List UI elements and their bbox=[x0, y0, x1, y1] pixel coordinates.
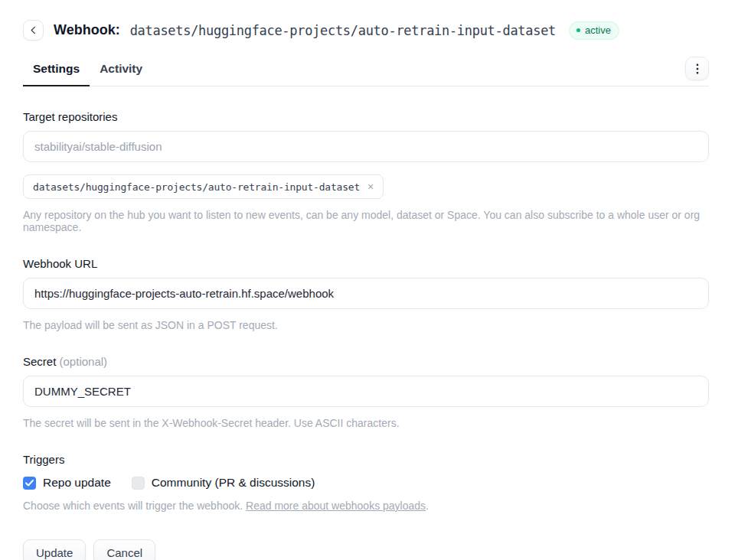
target-repositories-label: Target repositories bbox=[23, 110, 709, 123]
secret-help: The secret will be sent in the X-Webhook… bbox=[23, 417, 709, 429]
secret-label-text: Secret bbox=[23, 355, 56, 368]
webhook-url-help: The payload will be sent as JSON in a PO… bbox=[23, 319, 709, 331]
triggers-help-suffix: . bbox=[426, 500, 429, 512]
update-button[interactable]: Update bbox=[23, 539, 86, 560]
webhook-id: datasets/huggingface-projects/auto-retra… bbox=[130, 23, 556, 38]
community-checkbox[interactable] bbox=[132, 477, 145, 490]
secret-label: Secret (optional) bbox=[23, 355, 709, 368]
webhook-url-label: Webhook URL bbox=[23, 257, 709, 270]
back-button[interactable] bbox=[23, 20, 44, 41]
kebab-menu-icon bbox=[696, 63, 699, 74]
tab-settings[interactable]: Settings bbox=[23, 57, 90, 86]
page-title: Webhook: bbox=[54, 22, 120, 38]
remove-repository-icon[interactable]: × bbox=[367, 181, 374, 193]
cancel-button[interactable]: Cancel bbox=[93, 539, 155, 560]
form-actions: Update Cancel bbox=[23, 539, 709, 560]
target-repositories-chips: datasets/huggingface-projects/auto-retra… bbox=[23, 174, 709, 199]
more-options-button[interactable] bbox=[685, 57, 709, 80]
repository-chip: datasets/huggingface-projects/auto-retra… bbox=[23, 174, 384, 199]
tab-bar: Settings Activity bbox=[23, 57, 709, 86]
target-repositories-input[interactable] bbox=[23, 131, 709, 162]
trigger-community[interactable]: Community (PR & discussions) bbox=[132, 476, 315, 490]
community-label: Community (PR & discussions) bbox=[152, 476, 315, 490]
triggers-options: Repo update Community (PR & discussions) bbox=[23, 476, 709, 490]
trigger-repo-update[interactable]: Repo update bbox=[23, 476, 111, 490]
repo-update-label: Repo update bbox=[43, 476, 111, 490]
target-repositories-help: Any repository on the hub you want to li… bbox=[23, 209, 709, 233]
secret-input[interactable] bbox=[23, 376, 709, 407]
status-badge-label: active bbox=[585, 24, 611, 36]
checkmark-icon bbox=[25, 480, 34, 487]
triggers-help-prefix: Choose which events will trigger the web… bbox=[23, 500, 246, 512]
status-badge: active bbox=[569, 21, 619, 40]
webhook-settings-page: Webhook: datasets/huggingface-projects/a… bbox=[0, 0, 738, 560]
triggers-help: Choose which events will trigger the web… bbox=[23, 500, 709, 512]
repository-chip-label: datasets/huggingface-projects/auto-retra… bbox=[33, 181, 360, 193]
tab-activity[interactable]: Activity bbox=[90, 57, 152, 86]
triggers-label: Triggers bbox=[23, 453, 709, 466]
page-header: Webhook: datasets/huggingface-projects/a… bbox=[23, 20, 709, 41]
chevron-left-icon bbox=[29, 26, 38, 34]
webhook-url-input[interactable] bbox=[23, 278, 709, 309]
webhooks-payloads-link[interactable]: Read more about webhooks payloads bbox=[246, 500, 426, 512]
secret-optional-text: (optional) bbox=[60, 355, 108, 368]
status-dot-icon bbox=[576, 28, 580, 32]
repo-update-checkbox[interactable] bbox=[23, 477, 36, 490]
